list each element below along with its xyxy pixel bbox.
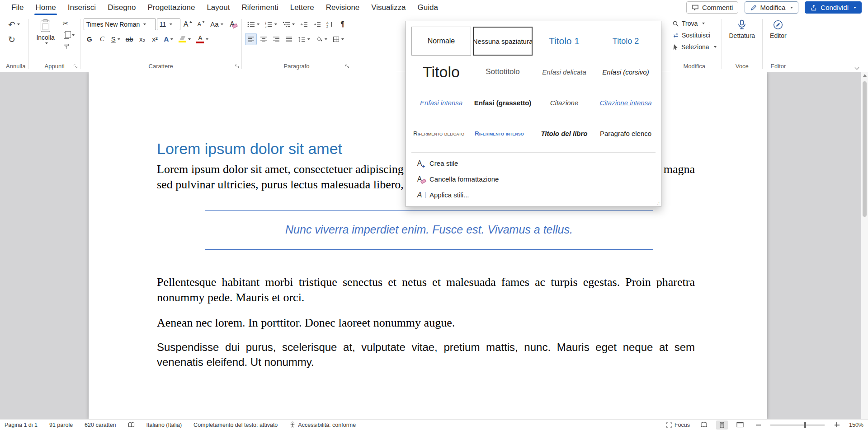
- find-button[interactable]: Trova: [670, 18, 718, 29]
- decrease-indent-button[interactable]: [298, 18, 310, 30]
- borders-button[interactable]: [330, 33, 346, 45]
- scroll-up-arrow-icon[interactable]: [863, 74, 867, 77]
- align-center-button[interactable]: [258, 33, 269, 45]
- align-right-button[interactable]: [270, 33, 282, 45]
- accessibility-status[interactable]: Accessibilità: conforme: [289, 421, 356, 428]
- increase-indent-button[interactable]: [311, 18, 323, 30]
- multilevel-list-button[interactable]: [280, 18, 297, 30]
- show-formatting-marks-button[interactable]: ¶: [337, 18, 349, 30]
- copy-button[interactable]: [61, 29, 77, 41]
- undo-button[interactable]: ↶: [6, 18, 22, 30]
- grow-font-button[interactable]: A: [181, 18, 194, 30]
- text-effects-button[interactable]: A: [162, 33, 176, 45]
- tab-progettazione[interactable]: Progettazione: [142, 0, 201, 15]
- replace-button[interactable]: Sostituisci: [670, 29, 718, 41]
- dictate-button[interactable]: Dettatura: [725, 18, 760, 41]
- align-left-button[interactable]: [245, 33, 257, 45]
- font-color-button[interactable]: A: [194, 33, 211, 45]
- document-paragraph[interactable]: Aenean nec lorem. In porttitor. Donec la…: [157, 315, 695, 331]
- text-completion-status[interactable]: Completamento del testo: attivato: [193, 422, 278, 428]
- apply-styles-menu-item[interactable]: A Applica stili...: [411, 187, 656, 203]
- style-item-citazione-intensa[interactable]: Citazione intensa: [596, 88, 656, 117]
- style-item-titolo[interactable]: Titolo: [411, 57, 471, 86]
- web-layout-button[interactable]: [734, 421, 746, 430]
- bullet-list-button[interactable]: [245, 18, 262, 30]
- style-item-normale[interactable]: Normale: [411, 27, 471, 56]
- word-count-status[interactable]: 91 parole: [49, 422, 73, 428]
- language-status[interactable]: Italiano (Italia): [146, 422, 182, 428]
- print-layout-button[interactable]: [716, 421, 728, 430]
- subscript-button[interactable]: x₂: [137, 33, 148, 45]
- justify-button[interactable]: [283, 33, 295, 45]
- tab-inserisci[interactable]: Inserisci: [62, 0, 102, 15]
- style-item-titolo-del-libro[interactable]: Titolo del libro: [534, 119, 594, 148]
- style-item-titolo-1[interactable]: Titolo 1: [534, 27, 594, 56]
- tab-file[interactable]: File: [5, 0, 29, 15]
- paste-button[interactable]: Incolla: [32, 18, 58, 46]
- comments-button[interactable]: Commenti: [686, 1, 738, 14]
- style-item-enfasi-intensa[interactable]: Enfasi intensa: [411, 88, 471, 117]
- shrink-font-button[interactable]: A: [195, 18, 208, 30]
- tab-layout[interactable]: Layout: [201, 0, 236, 15]
- page-number-status[interactable]: Pagina 1 di 1: [5, 422, 38, 428]
- collapse-ribbon-button[interactable]: [855, 63, 861, 68]
- zoom-slider-thumb[interactable]: [804, 422, 806, 428]
- vertical-scrollbar[interactable]: [861, 72, 868, 419]
- font-name-select[interactable]: Times New Roman: [84, 19, 156, 30]
- style-item-enfasi-corsivo[interactable]: Enfasi (corsivo): [596, 57, 656, 86]
- intense-quote[interactable]: Nunc viverra imperdiet enim. Fusce est. …: [205, 210, 653, 250]
- zoom-slider[interactable]: [770, 425, 825, 425]
- editing-mode-button[interactable]: Modifica: [745, 1, 798, 14]
- change-case-button[interactable]: Aa: [208, 18, 225, 30]
- zoom-out-button[interactable]: [752, 421, 764, 430]
- tab-disegno[interactable]: Disegno: [102, 0, 142, 15]
- clear-formatting-button[interactable]: A: [226, 18, 238, 30]
- tab-riferimenti[interactable]: Riferimenti: [236, 0, 284, 15]
- style-item-sottotitolo[interactable]: Sottotitolo: [473, 57, 533, 86]
- strikethrough-button[interactable]: ab: [123, 33, 136, 45]
- line-spacing-button[interactable]: [296, 33, 312, 45]
- document-title[interactable]: Lorem ipsum dolor sit amet: [157, 140, 342, 158]
- numbered-list-button[interactable]: 123: [263, 18, 279, 30]
- shading-button[interactable]: [313, 33, 330, 45]
- format-painter-button[interactable]: [61, 41, 77, 52]
- zoom-level[interactable]: 150%: [849, 422, 863, 428]
- style-item-riferimento-delicato[interactable]: Riferimento delicato: [411, 119, 471, 148]
- font-dialog-launcher[interactable]: [235, 64, 239, 69]
- sort-button[interactable]: AZ: [324, 18, 336, 30]
- focus-mode-button[interactable]: Focus: [666, 422, 690, 428]
- scrollbar-thumb[interactable]: [863, 81, 867, 217]
- tab-lettere[interactable]: Lettere: [284, 0, 320, 15]
- style-item-riferimento-intenso[interactable]: Riferimento intenso: [473, 119, 533, 148]
- style-item-enfasi-grassetto[interactable]: Enfasi (grassetto): [473, 88, 533, 117]
- style-item-titolo-2[interactable]: Titolo 2: [596, 27, 656, 56]
- bold-button[interactable]: G: [84, 33, 95, 45]
- style-item-enfasi-delicata[interactable]: Enfasi delicata: [534, 57, 594, 86]
- resize-grip[interactable]: .:: [657, 201, 660, 206]
- share-button[interactable]: Condividi: [805, 1, 862, 14]
- superscript-button[interactable]: x²: [149, 33, 161, 45]
- font-size-select[interactable]: 11: [157, 19, 180, 30]
- style-item-citazione[interactable]: Citazione: [534, 88, 594, 117]
- tab-visualizza[interactable]: Visualizza: [365, 0, 411, 15]
- italic-button[interactable]: C: [96, 33, 108, 45]
- clear-formatting-menu-item[interactable]: A Cancella formattazione: [411, 171, 656, 187]
- redo-button[interactable]: ↻: [6, 33, 18, 45]
- create-style-menu-item[interactable]: A Crea stile: [411, 155, 656, 171]
- select-button[interactable]: Seleziona: [670, 41, 718, 53]
- document-paragraph[interactable]: Pellentesque habitant morbi tristique se…: [157, 275, 695, 305]
- tab-revisione[interactable]: Revisione: [320, 0, 366, 15]
- read-mode-button[interactable]: [698, 421, 710, 430]
- highlight-color-button[interactable]: [176, 33, 193, 45]
- zoom-in-button[interactable]: [831, 421, 843, 430]
- char-count-status[interactable]: 620 caratteri: [85, 422, 116, 428]
- style-item-nessuna-spaziatura[interactable]: Nessuna spaziatura: [473, 27, 533, 56]
- tab-home[interactable]: Home: [29, 0, 61, 15]
- tab-guida[interactable]: Guida: [412, 0, 444, 15]
- clipboard-dialog-launcher[interactable]: [73, 64, 78, 69]
- document-paragraph[interactable]: Suspendisse dui purus, scelerisque at, v…: [157, 340, 695, 369]
- style-item-paragrafo-elenco[interactable]: Paragrafo elenco: [596, 119, 656, 148]
- underline-button[interactable]: S: [109, 33, 123, 45]
- proofing-status[interactable]: [128, 422, 135, 428]
- editor-button[interactable]: Editor: [766, 18, 791, 41]
